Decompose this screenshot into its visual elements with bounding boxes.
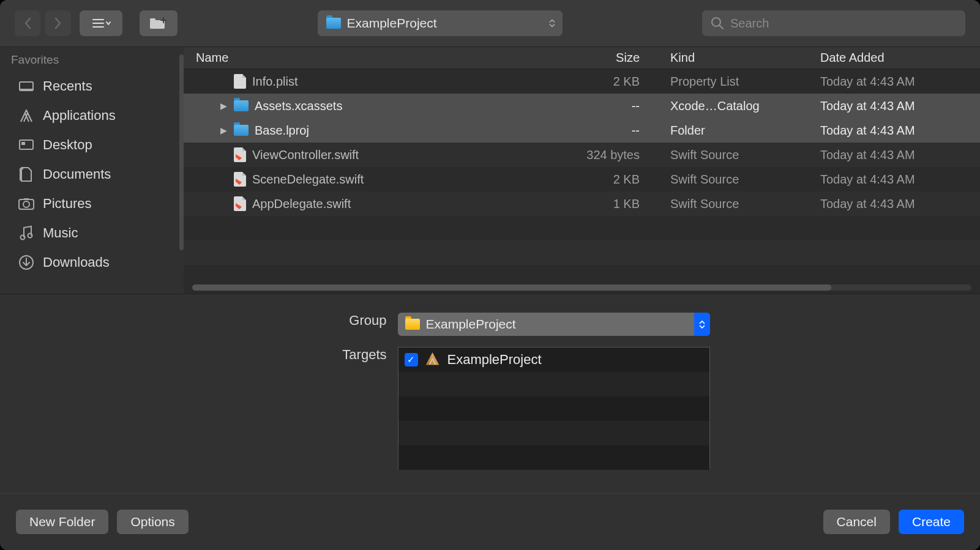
- music-icon: [17, 225, 36, 241]
- browser-area: Favorites RecentsApplicationsDesktopDocu…: [0, 46, 980, 294]
- sidebar-item-music[interactable]: Music: [11, 218, 181, 248]
- file-icon: [234, 74, 246, 89]
- group-popup[interactable]: ExampleProject: [398, 313, 710, 336]
- file-name: Base.lproj: [255, 124, 309, 138]
- column-header-row: Name Size Kind Date Added: [184, 47, 980, 69]
- target-row[interactable]: ✓ExampleProject: [398, 347, 709, 372]
- sidebar-item-pictures[interactable]: Pictures: [11, 189, 181, 218]
- file-date: Today at 4:43 AM: [808, 99, 980, 113]
- sidebar-item-label: Desktop: [43, 137, 92, 153]
- sidebar-item-desktop[interactable]: Desktop: [11, 130, 181, 160]
- app-target-icon: [425, 352, 440, 367]
- new-folder-button[interactable]: New Folder: [16, 510, 108, 534]
- folder-icon: [234, 125, 249, 136]
- file-name: ViewController.swift: [252, 148, 359, 162]
- column-header-date[interactable]: Date Added: [808, 51, 980, 65]
- group-label: Group: [271, 313, 387, 329]
- sidebar-item-label: Downloads: [43, 255, 110, 270]
- file-kind: Swift Source: [658, 197, 808, 211]
- path-label: ExampleProject: [347, 16, 437, 31]
- file-size: 1 KB: [539, 197, 658, 211]
- bottom-bar: New Folder Options Cancel Create: [0, 493, 980, 550]
- file-size: --: [539, 99, 658, 113]
- sidebar-item-label: Documents: [43, 166, 111, 182]
- disclosure-triangle-icon[interactable]: ▶: [219, 125, 228, 135]
- file-name: AppDelegate.swift: [252, 197, 351, 211]
- file-row[interactable]: ViewController.swift324 bytesSwift Sourc…: [184, 143, 980, 167]
- column-header-kind[interactable]: Kind: [658, 51, 808, 65]
- file-date: Today at 4:43 AM: [808, 197, 980, 211]
- file-dialog: ExampleProject Favorites RecentsApplicat…: [0, 0, 980, 550]
- path-popup[interactable]: ExampleProject: [318, 10, 563, 36]
- sidebar-heading: Favorites: [11, 53, 181, 67]
- horizontal-scrollbar[interactable]: [184, 281, 980, 294]
- column-header-name[interactable]: Name: [184, 51, 539, 65]
- sidebar-item-recents[interactable]: Recents: [11, 72, 181, 101]
- column-header-size[interactable]: Size: [539, 51, 658, 65]
- options-button[interactable]: Options: [117, 510, 188, 534]
- file-row[interactable]: ▶Base.lproj--FolderToday at 4:43 AM: [184, 118, 980, 143]
- recents-icon: [17, 80, 36, 93]
- file-kind: Folder: [658, 124, 808, 138]
- applications-icon: [17, 108, 36, 123]
- documents-icon: [17, 166, 36, 182]
- file-date: Today at 4:43 AM: [808, 124, 980, 138]
- list-view-icon: [91, 18, 111, 29]
- chevron-left-icon: [23, 17, 32, 29]
- svg-point-14: [23, 201, 29, 207]
- search-input[interactable]: [730, 17, 957, 31]
- file-row[interactable]: AppDelegate.swift1 KBSwift SourceToday a…: [184, 191, 980, 216]
- file-name: SceneDelegate.swift: [252, 173, 364, 187]
- file-size: 2 KB: [539, 173, 658, 187]
- popup-stepper-icon: [694, 313, 710, 336]
- svg-rect-12: [21, 142, 25, 145]
- target-row-empty: [398, 396, 709, 421]
- svg-line-8: [720, 26, 724, 29]
- search-field[interactable]: [702, 10, 965, 36]
- scrollbar-thumb[interactable]: [192, 284, 831, 291]
- file-row[interactable]: ▶Assets.xcassets--Xcode…CatalogToday at …: [184, 94, 980, 118]
- search-icon: [711, 17, 724, 30]
- file-kind: Swift Source: [658, 148, 808, 162]
- file-size: 324 bytes: [539, 148, 658, 162]
- folder-icon: [234, 100, 249, 111]
- disclosure-triangle-icon[interactable]: ▶: [219, 101, 228, 111]
- target-checkbox[interactable]: ✓: [405, 353, 418, 366]
- nav-back-button[interactable]: [15, 10, 40, 36]
- file-kind: Swift Source: [658, 173, 808, 187]
- chevron-right-icon: [54, 17, 62, 29]
- sidebar-item-label: Applications: [43, 108, 116, 124]
- new-folder-toolbar-button[interactable]: [140, 10, 178, 36]
- file-size: --: [539, 124, 658, 138]
- target-row-empty: [398, 421, 709, 445]
- file-size: 2 KB: [539, 75, 658, 89]
- nav-forward-button[interactable]: [45, 10, 71, 36]
- svg-rect-3: [150, 20, 165, 29]
- target-name: ExampleProject: [447, 352, 542, 368]
- swift-file-icon: [234, 147, 246, 162]
- sidebar-item-downloads[interactable]: Downloads: [11, 248, 181, 277]
- targets-list: ✓ExampleProject: [398, 347, 710, 469]
- swift-file-icon: [234, 172, 246, 187]
- view-mode-button[interactable]: [80, 10, 122, 36]
- file-row[interactable]: SceneDelegate.swift2 KBSwift SourceToday…: [184, 167, 980, 191]
- sidebar-item-label: Music: [43, 225, 78, 241]
- targets-label: Targets: [271, 347, 387, 363]
- toolbar-center: ExampleProject: [182, 10, 697, 36]
- cancel-button[interactable]: Cancel: [823, 510, 890, 534]
- file-kind: Property List: [658, 75, 808, 89]
- sidebar-item-applications[interactable]: Applications: [11, 101, 181, 130]
- new-folder-icon: [149, 17, 168, 30]
- file-row[interactable]: Info.plist2 KBProperty ListToday at 4:43…: [184, 69, 980, 94]
- create-button[interactable]: Create: [899, 510, 964, 534]
- downloads-icon: [17, 255, 36, 270]
- sidebar-item-label: Recents: [43, 78, 92, 94]
- pictures-icon: [17, 197, 36, 210]
- file-date: Today at 4:43 AM: [808, 75, 980, 89]
- sidebar-item-label: Pictures: [43, 196, 91, 212]
- updown-arrows-icon: [549, 20, 555, 28]
- toolbar: ExampleProject: [0, 0, 980, 46]
- sidebar-item-documents[interactable]: Documents: [11, 160, 181, 189]
- file-row-empty: [184, 240, 980, 265]
- file-name: Assets.xcassets: [255, 99, 342, 113]
